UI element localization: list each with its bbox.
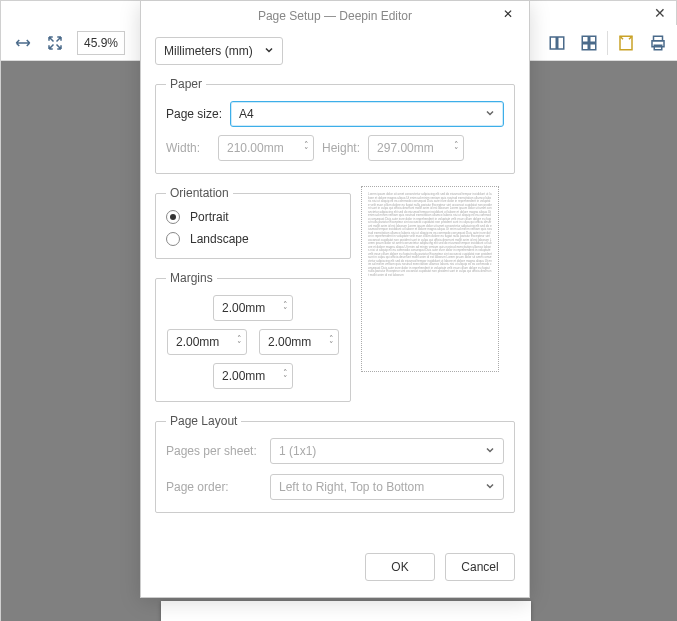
margin-right-spin[interactable]: 2.00mm ˄˅	[259, 329, 339, 355]
chevron-down-icon	[485, 480, 495, 494]
margin-top-spin[interactable]: 2.00mm ˄˅	[213, 295, 293, 321]
page-order-label: Page order:	[166, 480, 262, 494]
svg-rect-3	[590, 36, 596, 42]
spinner-arrows-icon: ˄˅	[283, 302, 288, 314]
spinner-arrows-icon: ˄˅	[454, 142, 459, 154]
svg-rect-4	[582, 43, 588, 49]
margin-bottom-spin[interactable]: 2.00mm ˄˅	[213, 363, 293, 389]
page-setup-dialog: Page Setup — Deepin Editor ✕ Millimeters…	[140, 0, 530, 598]
orientation-group: Orientation Portrait Landscape	[155, 186, 351, 259]
svg-rect-1	[558, 37, 564, 49]
chevron-down-icon	[264, 44, 274, 58]
page-layout-group: Page Layout Pages per sheet: 1 (1x1) Pag…	[155, 414, 515, 513]
spinner-arrows-icon: ˄˅	[329, 336, 334, 348]
chevron-down-icon	[485, 444, 495, 458]
spinner-arrows-icon: ˄˅	[304, 142, 309, 154]
width-label: Width:	[166, 141, 210, 155]
spinner-arrows-icon: ˄˅	[237, 336, 242, 348]
radio-icon	[166, 210, 180, 224]
chevron-down-icon	[485, 107, 495, 121]
dialog-title: Page Setup — Deepin Editor ✕	[141, 1, 529, 31]
portrait-radio[interactable]: Portrait	[166, 210, 340, 224]
fit-width-icon[interactable]	[9, 29, 37, 57]
page-order-select: Left to Right, Top to Bottom	[270, 474, 504, 500]
landscape-radio[interactable]: Landscape	[166, 232, 340, 246]
zoom-value[interactable]: 45.9%	[77, 31, 125, 55]
columns-icon[interactable]	[543, 29, 571, 57]
page-preview: Lorem ipsum dolor sit amet consectetur a…	[361, 186, 499, 372]
radio-icon	[166, 232, 180, 246]
print-icon[interactable]	[644, 29, 672, 57]
bg-page-preview	[161, 601, 531, 621]
svg-rect-5	[590, 43, 596, 49]
height-label: Height:	[322, 141, 360, 155]
pages-per-sheet-label: Pages per sheet:	[166, 444, 262, 458]
page-setup-icon[interactable]	[612, 29, 640, 57]
width-spin: 210.00mm ˄˅	[218, 135, 314, 161]
units-select[interactable]: Millimeters (mm)	[155, 37, 283, 65]
svg-rect-2	[582, 36, 588, 42]
svg-rect-0	[550, 37, 556, 49]
cancel-button[interactable]: Cancel	[445, 553, 515, 581]
ok-button[interactable]: OK	[365, 553, 435, 581]
paper-group: Paper Page size: A4 Width: 210.00mm ˄˅ H…	[155, 77, 515, 174]
fit-page-icon[interactable]	[41, 29, 69, 57]
grid-icon[interactable]	[575, 29, 603, 57]
page-size-select[interactable]: A4	[230, 101, 504, 127]
page-size-label: Page size:	[166, 107, 222, 121]
margins-group: Margins 2.00mm ˄˅ 2.00mm ˄˅ 2	[155, 271, 351, 402]
pages-per-sheet-select: 1 (1x1)	[270, 438, 504, 464]
bg-close-icon[interactable]: ✕	[654, 5, 666, 21]
height-spin: 297.00mm ˄˅	[368, 135, 464, 161]
margin-left-spin[interactable]: 2.00mm ˄˅	[167, 329, 247, 355]
spinner-arrows-icon: ˄˅	[283, 370, 288, 382]
close-icon[interactable]: ✕	[503, 7, 519, 23]
